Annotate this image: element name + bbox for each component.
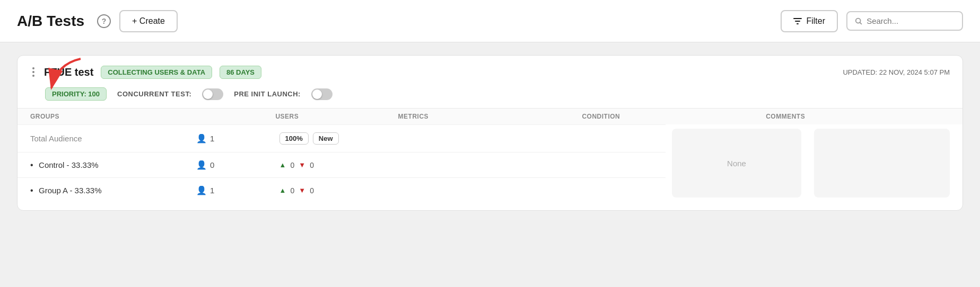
metrics-cell: 100% New xyxy=(279,132,404,145)
metric-tag: New xyxy=(313,132,339,145)
help-icon[interactable]: ? xyxy=(97,14,111,28)
users-cell: 👤 1 xyxy=(196,185,279,195)
main-content: FTUE test COLLECTING USERS & DATA 86 DAY… xyxy=(0,42,980,223)
metric-percent: 100% xyxy=(279,132,309,145)
group-cell: Total Audience xyxy=(30,134,196,144)
table-row: Total Audience 👤 1 100% New xyxy=(18,124,666,152)
group-cell: • Control - 33.33% xyxy=(30,160,196,170)
users-cell: 👤 1 xyxy=(196,133,279,144)
user-count: 1 xyxy=(210,186,214,195)
user-icon: 👤 xyxy=(196,133,207,144)
condition-text: None xyxy=(727,159,746,168)
table-row: • Group A - 33.33% 👤 1 ▲ 0 ▼ 0 xyxy=(18,177,666,203)
group-name: Control - 33.33% xyxy=(39,160,99,169)
user-icon: 👤 xyxy=(196,185,207,195)
search-container xyxy=(846,11,963,31)
pre-init-label: PRE INIT LAUNCH: xyxy=(234,90,301,98)
users-cell: 👤 0 xyxy=(196,160,279,170)
metrics-cell: ▲ 0 ▼ 0 xyxy=(279,186,404,195)
test-name: FTUE test xyxy=(44,66,93,78)
card-header: FTUE test COLLECTING USERS & DATA 86 DAY… xyxy=(18,56,962,84)
group-cell: • Group A - 33.33% xyxy=(30,186,196,195)
user-count: 0 xyxy=(210,160,214,169)
group-name: Group A - 33.33% xyxy=(39,186,101,195)
filter-button[interactable]: Filter xyxy=(781,10,838,32)
col-header-metrics: METRICS xyxy=(398,113,582,120)
col-header-comments: COMMENTS xyxy=(766,113,950,120)
search-icon xyxy=(855,17,862,25)
top-bar: A/B Tests ? + Create Filter xyxy=(0,0,980,42)
concurrent-label: CONCURRENT TEST: xyxy=(117,90,191,98)
test-card: FTUE test COLLECTING USERS & DATA 86 DAY… xyxy=(17,55,963,211)
group-name: Total Audience xyxy=(30,134,82,143)
user-count: 1 xyxy=(210,134,214,143)
comments-panel-container xyxy=(814,124,962,210)
metric-down-icon: ▼ xyxy=(299,186,305,194)
metric-up-count: 0 xyxy=(290,161,294,169)
table-body: Total Audience 👤 1 100% New xyxy=(18,124,962,210)
search-input[interactable] xyxy=(867,16,955,25)
days-badge: 86 DAYS xyxy=(220,66,261,79)
metric-down-icon: ▼ xyxy=(299,161,305,169)
table-header: GROUPS USERS METRICS CONDITION COMMENTS xyxy=(18,108,962,124)
create-button[interactable]: + Create xyxy=(119,10,178,32)
concurrent-toggle[interactable] xyxy=(202,88,223,100)
metrics-cell: ▲ 0 ▼ 0 xyxy=(279,161,404,169)
table-row: • Control - 33.33% 👤 0 ▲ 0 ▼ 0 xyxy=(18,152,666,177)
three-dots-menu[interactable] xyxy=(30,65,37,79)
bullet-icon: • xyxy=(30,160,33,169)
user-icon: 👤 xyxy=(196,160,207,170)
col-header-condition: CONDITION xyxy=(582,113,766,120)
left-columns: Total Audience 👤 1 100% New xyxy=(18,124,666,210)
col-header-users: USERS xyxy=(275,113,398,120)
status-badge: COLLECTING USERS & DATA xyxy=(101,66,212,79)
filter-icon xyxy=(793,17,802,25)
condition-panel: None xyxy=(672,129,801,198)
metric-up-icon: ▲ xyxy=(279,161,286,169)
bullet-icon: • xyxy=(30,186,33,195)
col-header-groups: GROUPS xyxy=(30,113,275,120)
updated-label: UPDATED: 22 NOV, 2024 5:07 PM xyxy=(843,68,950,76)
metric-up-count: 0 xyxy=(290,186,294,195)
page-title: A/B Tests xyxy=(17,13,84,30)
filter-label: Filter xyxy=(806,16,825,26)
card-subheader: PRIORITY: 100 CONCURRENT TEST: PRE INIT … xyxy=(18,84,962,108)
metric-up-icon: ▲ xyxy=(279,186,286,194)
metric-down-count: 0 xyxy=(310,161,314,169)
comments-panel xyxy=(814,129,950,198)
pre-init-toggle[interactable] xyxy=(311,88,332,100)
condition-panel-container: None xyxy=(666,124,814,210)
priority-badge: PRIORITY: 100 xyxy=(45,87,107,101)
metric-down-count: 0 xyxy=(310,186,314,195)
